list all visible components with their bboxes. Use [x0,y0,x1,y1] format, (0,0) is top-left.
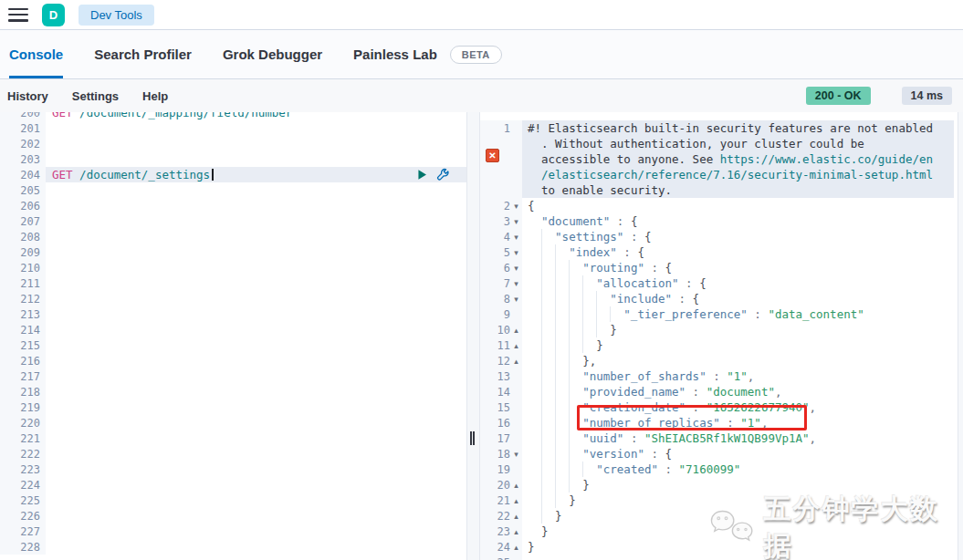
request-line[interactable]: 207 [0,213,466,229]
request-line[interactable]: 225 [0,493,466,508]
request-line[interactable]: 228 [0,539,466,555]
response-line[interactable]: . Without authentication, your cluster c… [480,136,963,151]
request-line[interactable]: 223 [0,461,466,477]
response-line[interactable]: 23▴} [480,524,963,539]
request-editor-lines: 200GET /document/_mapping/field/number20… [0,112,466,555]
request-line[interactable]: 214 [0,322,466,337]
request-line[interactable]: 202 [0,136,466,151]
response-editor-lines: 1#! Elasticsearch built-in security feat… [480,120,963,560]
response-line[interactable]: 7▾"allocation" : { [480,275,963,291]
console-editors: 200GET /document/_mapping/field/number20… [0,112,963,560]
request-line[interactable]: 212 [0,291,466,306]
request-line[interactable]: 220 [0,415,466,430]
menu-help[interactable]: Help [142,89,168,103]
space-avatar[interactable]: D [42,4,65,26]
request-line[interactable]: 216 [0,353,466,368]
response-line[interactable]: 17"uuid" : "ShEIACB5Rf1kW1QB99Vp1A", [480,430,963,446]
response-line[interactable]: 11▴} [480,337,963,353]
response-line[interactable]: 3▾"document" : { [480,213,963,229]
response-line[interactable]: 12▴}, [480,353,963,368]
response-line[interactable]: 2▾{ [480,198,963,213]
app-tabs: Console Search Profiler Grok Debugger Pa… [0,30,963,79]
scrollbar-track[interactable] [958,112,963,560]
response-line[interactable]: 1#! Elasticsearch built-in security feat… [480,120,963,136]
response-line[interactable]: 13"number_of_shards" : "1", [480,368,963,384]
request-line[interactable]: 201 [0,120,466,136]
request-line[interactable]: 211 [0,275,466,291]
request-editor[interactable]: 200GET /document/_mapping/field/number20… [0,112,466,560]
top-bar: D Dev Tools [0,0,963,30]
response-line[interactable]: 9"_tier_preference" : "data_content" [480,306,963,322]
request-line[interactable]: 226 [0,508,466,524]
response-line[interactable]: 4▾"settings" : { [480,229,963,244]
request-line[interactable]: 209 [0,244,466,260]
response-line[interactable]: 25 [480,555,963,560]
menu-icon[interactable] [8,8,28,22]
request-line[interactable]: 217 [0,368,466,384]
response-line[interactable]: 21▴} [480,493,963,508]
breadcrumb[interactable]: Dev Tools [79,5,154,26]
request-line[interactable]: 210 [0,260,466,275]
request-line[interactable]: 213 [0,306,466,322]
request-line[interactable]: 206 [0,198,466,213]
response-line[interactable]: 14"provided_name" : "document", [480,384,963,399]
response-line[interactable]: 20▴} [480,477,963,493]
panel-divider[interactable] [466,112,480,560]
response-line[interactable]: 24▴} [480,539,963,555]
response-time-badge: 14 ms [902,87,952,105]
menu-settings[interactable]: Settings [72,89,119,103]
request-line[interactable]: 218 [0,384,466,399]
request-line[interactable]: 200GET /document/_mapping/field/number [0,112,466,120]
beta-badge: BETA [450,46,502,64]
panel-resize-handle[interactable] [470,431,475,445]
request-line[interactable]: 208 [0,229,466,244]
request-line[interactable]: 203 [0,151,466,167]
response-line[interactable]: 19"created" : "7160099" [480,461,963,477]
tab-painless-lab[interactable]: Painless Lab [353,30,437,78]
request-line[interactable]: 219 [0,399,466,415]
request-line[interactable]: 215 [0,337,466,353]
request-line[interactable]: 222 [0,446,466,461]
status-code-badge: 200 - OK [806,87,871,105]
tab-console[interactable]: Console [9,30,63,78]
response-line[interactable]: to enable security. [480,182,963,198]
request-line[interactable]: 205 [0,182,466,198]
tab-grok-debugger[interactable]: Grok Debugger [223,30,322,78]
tab-search-profiler[interactable]: Search Profiler [94,30,192,78]
response-line[interactable]: 5▾"index" : { [480,244,963,260]
response-line[interactable]: /elasticsearch/reference/7.16/security-m… [480,167,963,182]
wrench-icon[interactable] [436,168,450,181]
request-line[interactable]: 227 [0,524,466,539]
response-line[interactable]: 22▴} [480,508,963,524]
red-x-square-icon: ✕ [486,149,499,162]
annotation-red-box [577,405,807,430]
menu-history[interactable]: History [7,89,48,103]
console-menu-bar: History Settings Help 200 - OK 14 ms [0,79,963,112]
response-editor[interactable]: ✕ 1#! Elasticsearch built-in security fe… [480,112,963,560]
response-line[interactable]: accessible to anyone. See https://www.el… [480,151,963,167]
response-line[interactable]: 18▾"version" : { [480,446,963,461]
response-line[interactable]: 8▾"include" : { [480,291,963,306]
response-line[interactable]: 6▾"routing" : { [480,260,963,275]
response-line[interactable]: 10▴} [480,322,963,337]
request-line[interactable]: 204GET /document/_settings [0,167,466,182]
play-triangle-icon[interactable] [416,169,428,181]
request-line[interactable]: 221 [0,430,466,446]
text-cursor [212,169,214,181]
request-line[interactable]: 224 [0,477,466,493]
